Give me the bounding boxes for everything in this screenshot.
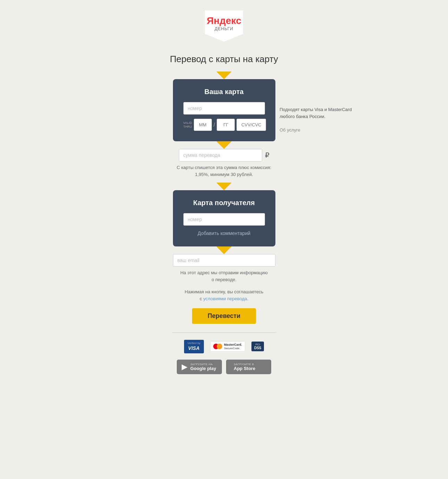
recipient-card-panel: Карта получателя Добавить комментарий bbox=[173, 190, 275, 246]
card-cvv-input[interactable] bbox=[237, 119, 266, 131]
mc-text-block: MasterCard. SecureCode. bbox=[224, 343, 242, 350]
arrow-2 bbox=[216, 141, 232, 149]
app-store-text: Загрузите в App Store bbox=[234, 363, 255, 371]
side-info: Подходят карты Visa и MasterCard любого … bbox=[280, 106, 352, 133]
pci-bottom: DSS bbox=[254, 346, 262, 350]
logo-ya-letter: Я bbox=[207, 15, 214, 26]
amount-input[interactable] bbox=[179, 149, 262, 161]
arrow-1 bbox=[216, 72, 232, 79]
submit-button[interactable]: Перевести bbox=[192, 308, 256, 324]
email-input[interactable] bbox=[173, 254, 275, 267]
add-comment-link[interactable]: Добавить комментарий bbox=[183, 230, 265, 236]
mc-circles bbox=[213, 344, 222, 349]
pci-top: PCi bbox=[254, 343, 262, 346]
page-title: Перевод с карты на карту bbox=[170, 54, 278, 65]
about-service-link[interactable]: Об услуге bbox=[280, 127, 300, 133]
google-play-sub: Загрузите на bbox=[190, 363, 216, 366]
amount-row: ₽ bbox=[179, 149, 269, 161]
email-section: На этот адрес мы отправим информацию о п… bbox=[173, 254, 275, 283]
app-store-sub: Загрузите в bbox=[234, 363, 255, 366]
badges-row: Verified by VISA MasterCard. SecureCode.… bbox=[184, 340, 264, 353]
mc-secure-label: SecureCode. bbox=[224, 347, 242, 350]
mc-circle-yellow bbox=[217, 344, 222, 349]
visa-label: VISA bbox=[188, 345, 200, 351]
commission-text: С карты спишется эта сумма плюс комиссия… bbox=[173, 164, 275, 178]
terms-link[interactable]: условиями перевода bbox=[203, 296, 247, 301]
app-store-button[interactable]: Загрузите в App Store bbox=[226, 360, 271, 374]
logo-dengi: ДЕНЬГИ bbox=[215, 26, 233, 31]
google-play-name: Google play bbox=[190, 366, 216, 371]
app-buttons-row: ▶ Загрузите на Google play Загрузите в A… bbox=[177, 360, 271, 374]
divider bbox=[172, 333, 276, 333]
form-column: Ваша карта VALID THRU / ₽ С карты спишет… bbox=[172, 72, 276, 388]
email-hint: На этот адрес мы отправим информацию о п… bbox=[180, 269, 268, 283]
card-expiry-row: VALID THRU / bbox=[183, 119, 265, 131]
card-year-input[interactable] bbox=[217, 119, 235, 131]
date-slash: / bbox=[214, 122, 215, 128]
pci-dss-badge: PCi DSS bbox=[251, 342, 264, 351]
logo-container: Яндекс ДЕНЬГИ bbox=[205, 10, 243, 42]
card-month-input[interactable] bbox=[194, 119, 212, 131]
verified-visa-badge: Verified by VISA bbox=[184, 340, 204, 353]
recipient-card-title: Карта получателя bbox=[183, 199, 265, 207]
main-layout: Ваша карта VALID THRU / ₽ С карты спишет… bbox=[102, 72, 346, 388]
app-store-name: App Store bbox=[234, 366, 255, 371]
terms-text: Нажимая на кнопку, вы соглашаетесь с усл… bbox=[185, 288, 264, 302]
logo-ya: Яндекс bbox=[207, 16, 241, 26]
card-number-input[interactable] bbox=[183, 102, 265, 115]
arrow-3 bbox=[216, 183, 232, 190]
mc-name: MasterCard. bbox=[224, 343, 242, 347]
logo-shape: Яндекс ДЕНЬГИ bbox=[205, 10, 243, 42]
verified-label: Verified by bbox=[188, 342, 200, 345]
valid-thru-label: VALID THRU bbox=[183, 121, 192, 129]
your-card-title: Ваша карта bbox=[183, 88, 265, 96]
google-play-text: Загрузите на Google play bbox=[190, 363, 216, 371]
amount-section: ₽ С карты спишется эта сумма плюс комисс… bbox=[173, 149, 275, 178]
side-info-text: Подходят карты Visa и MasterCard любого … bbox=[280, 107, 352, 119]
google-play-icon: ▶ bbox=[182, 362, 188, 371]
google-play-button[interactable]: ▶ Загрузите на Google play bbox=[177, 360, 222, 374]
arrow-4 bbox=[216, 246, 232, 254]
recipient-card-number-input[interactable] bbox=[183, 213, 265, 226]
ruble-sign: ₽ bbox=[265, 151, 269, 159]
mastercard-secure-badge: MasterCard. SecureCode. bbox=[210, 341, 245, 352]
your-card-panel: Ваша карта VALID THRU / bbox=[173, 79, 275, 141]
